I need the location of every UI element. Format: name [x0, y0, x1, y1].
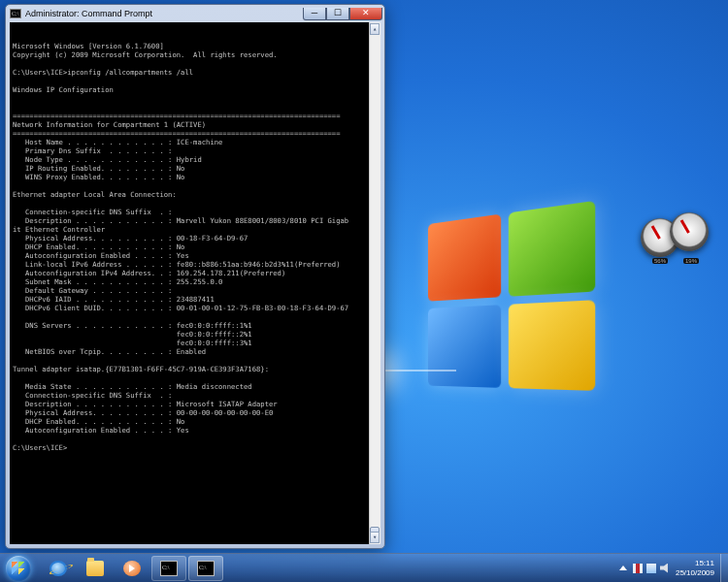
cmd-icon: [197, 561, 215, 576]
start-orb-icon: [6, 556, 31, 581]
media-player-icon: [123, 561, 141, 576]
close-button[interactable]: ✕: [349, 8, 382, 20]
taskbar: 15:11 25/10/2009: [0, 553, 728, 582]
window-title: Administrator: Command Prompt: [25, 9, 303, 18]
memory-readout: 19%: [683, 258, 699, 264]
show-desktop-button[interactable]: [720, 554, 728, 582]
memory-gauge-icon: [670, 212, 709, 251]
windows-logo-icon: [428, 201, 595, 391]
taskbar-item-cmd-2[interactable]: [188, 556, 223, 581]
scrollbar-track[interactable]: ▴ ▾: [369, 22, 381, 544]
cpu-readout: 56%: [652, 258, 668, 264]
volume-icon[interactable]: [660, 564, 670, 573]
taskbar-item-internet-explorer[interactable]: [41, 556, 76, 581]
terminal-output[interactable]: Microsoft Windows [Version 6.1.7600] Cop…: [10, 22, 381, 544]
scroll-down-button[interactable]: ▾: [370, 532, 380, 543]
action-center-icon[interactable]: [633, 564, 643, 573]
clock-time: 15:11: [676, 559, 714, 568]
cpu-meter-gadget[interactable]: 56% 19%: [641, 218, 709, 262]
minimize-button[interactable]: ─: [303, 8, 326, 20]
tray-overflow-button[interactable]: [619, 566, 627, 570]
network-icon[interactable]: [646, 564, 656, 573]
system-tray: 15:11 25/10/2009: [612, 554, 720, 582]
taskbar-clock[interactable]: 15:11 25/10/2009: [676, 559, 716, 578]
cmd-icon: [160, 561, 178, 576]
titlebar[interactable]: Administrator: Command Prompt ─ ☐ ✕: [6, 5, 384, 22]
taskbar-item-media-player[interactable]: [115, 556, 149, 581]
taskbar-item-cmd-1[interactable]: [151, 556, 186, 581]
maximize-button[interactable]: ☐: [326, 8, 349, 20]
cmd-icon: [10, 9, 21, 18]
folder-icon: [86, 561, 104, 576]
taskbar-item-file-explorer[interactable]: [78, 556, 113, 581]
taskbar-items: [37, 554, 227, 582]
scroll-up-button[interactable]: ▴: [370, 23, 380, 35]
internet-explorer-icon: [50, 561, 67, 576]
clock-date: 25/10/2009: [676, 568, 714, 578]
command-prompt-window: Administrator: Command Prompt ─ ☐ ✕ Micr…: [5, 4, 385, 549]
start-button[interactable]: [0, 554, 37, 582]
terminal-text: Microsoft Windows [Version 6.1.7600] Cop…: [13, 42, 378, 452]
